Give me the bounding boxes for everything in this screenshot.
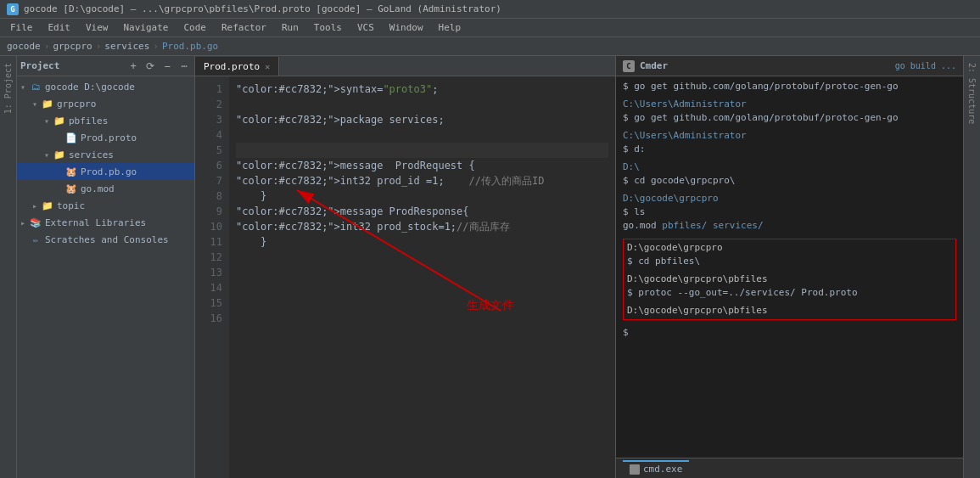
menu-window[interactable]: Window <box>383 20 430 35</box>
project-collapse-btn[interactable]: − <box>160 59 174 73</box>
terminal-panel: C Cmder go build ... $ go get github.com… <box>615 56 963 478</box>
tree-item[interactable]: ▾📁services <box>17 146 194 163</box>
editor-tabs: Prod.proto ✕ <box>195 56 615 76</box>
terminal-red-box: D:\gocode\grpcpro $ cd pbfiles\D:\gocode… <box>623 239 956 320</box>
code-line <box>236 143 608 158</box>
term-cmd-line: $ go get github.com/golang/protobuf/prot… <box>623 111 956 125</box>
main-layout: 1: Project Project + ⟳ − ⋯ ▾🗂gocode D:\g… <box>0 56 980 478</box>
breadcrumb-prodpbgo[interactable]: Prod.pb.go <box>162 41 218 52</box>
editor-tab-prodproto[interactable]: Prod.proto ✕ <box>195 57 279 76</box>
code-line: "color:#cc7832;">message ProdResponse{ <box>236 204 608 219</box>
code-line: } <box>236 188 608 204</box>
term-path-line: C:\Users\Administrator <box>623 129 956 143</box>
terminal-icon: C <box>623 60 635 72</box>
terminal-header: C Cmder go build ... <box>616 56 963 76</box>
menu-view[interactable]: View <box>79 20 115 35</box>
term-cmd-line: $ d: <box>623 143 956 156</box>
tab-close-prodproto[interactable]: ✕ <box>265 62 270 71</box>
tree-item[interactable]: ▾🗂gocode D:\gocode <box>17 78 194 95</box>
line-numbers: 12345678910111213141516 <box>195 76 229 478</box>
project-panel: Project + ⟳ − ⋯ ▾🗂gocode D:\gocode▾📁grpc… <box>17 56 195 478</box>
term-ls-line: go.mod pbfiles/ services/ <box>623 219 956 233</box>
term-cmd-line: $ protoc --go_out=../services/ Prod.prot… <box>627 286 952 300</box>
breadcrumb: gocode › grpcpro › services › Prod.pb.go <box>0 37 980 56</box>
term-path-line: D:\gocode\grpcpro <box>623 192 956 205</box>
app-icon: G <box>7 3 19 15</box>
project-panel-title: Project <box>20 60 123 71</box>
project-toolbar: Project + ⟳ − ⋯ <box>17 56 194 76</box>
breadcrumb-gocode[interactable]: gocode <box>7 41 41 52</box>
code-line <box>236 311 608 326</box>
right-structure-tab[interactable]: 2: Structure <box>963 56 980 478</box>
code-line <box>236 250 608 265</box>
breadcrumb-sep-3: › <box>153 41 159 52</box>
code-line <box>236 295 608 311</box>
term-cmd-line: $ go get github.com/golang/protobuf/prot… <box>623 80 956 93</box>
project-tree: ▾🗂gocode D:\gocode▾📁grpcpro▾📁pbfiles📄Pro… <box>17 76 194 478</box>
code-line: "color:#cc7832;">syntax="proto3"; <box>236 82 608 97</box>
code-content[interactable]: "color:#cc7832;">syntax="proto3"; "color… <box>229 76 615 478</box>
term-cmd-line: $ <box>623 326 956 340</box>
menu-refactor[interactable]: Refactor <box>215 20 273 35</box>
code-editor: 12345678910111213141516 "color:#cc7832;"… <box>195 76 615 478</box>
window-title: gocode [D:\gocode] – ...\grpcpro\pbfiles… <box>24 3 501 14</box>
menu-navigate[interactable]: Navigate <box>117 20 176 35</box>
terminal-tab-cmd[interactable]: cmd.exe <box>623 460 689 476</box>
term-path-line: C:\Users\Administrator <box>623 98 956 111</box>
project-add-btn[interactable]: + <box>126 59 140 73</box>
tree-item[interactable]: ✏Scratches and Consoles <box>17 231 194 248</box>
cmd-tab-label: cmd.exe <box>643 464 682 475</box>
code-line: "color:#cc7832;">int32 prod_stock=1;//商品… <box>236 219 608 234</box>
term-path-line: D:\gocode\grpcpro\pbfiles <box>627 304 952 318</box>
term-cmd-line: $ cd gocode\grpcpro\ <box>623 174 956 188</box>
tree-item[interactable]: 🐹Prod.pb.go <box>17 163 194 180</box>
tree-item[interactable]: ▸📚External Libraries <box>17 214 194 231</box>
term-path-line: D:\gocode\grpcpro\pbfiles <box>627 273 952 286</box>
menu-code[interactable]: Code <box>176 20 213 35</box>
code-line: "color:#cc7832;">int32 prod_id =1; //传入的… <box>236 173 608 188</box>
code-line <box>236 97 608 112</box>
terminal-content[interactable]: $ go get github.com/golang/protobuf/prot… <box>616 76 963 458</box>
term-cmd-line: $ ls <box>623 205 956 219</box>
project-tab-label: 1: Project <box>3 59 13 117</box>
menu-bar: File Edit View Navigate Code Refactor Ru… <box>0 19 980 37</box>
tree-item[interactable]: 📄Prod.proto <box>17 129 194 146</box>
tab-label-prodproto: Prod.proto <box>204 61 260 72</box>
tree-item[interactable]: ▾📁grpcpro <box>17 95 194 112</box>
tree-item[interactable]: ▸📁topic <box>17 197 194 214</box>
menu-tools[interactable]: Tools <box>307 20 349 35</box>
title-bar: G gocode [D:\gocode] – ...\grpcpro\pbfil… <box>0 0 980 19</box>
breadcrumb-grpcpro[interactable]: grpcpro <box>53 41 92 52</box>
breadcrumb-sep-1: › <box>44 41 50 52</box>
tree-item[interactable]: 🐹go.mod <box>17 180 194 197</box>
term-path-line: D:\gocode\grpcpro <box>627 241 952 255</box>
project-settings-btn[interactable]: ⋯ <box>177 59 191 73</box>
code-line: "color:#cc7832;">package services; <box>236 112 608 127</box>
terminal-tabs: cmd.exe <box>616 458 963 478</box>
menu-file[interactable]: File <box>3 20 40 35</box>
menu-run[interactable]: Run <box>275 20 305 35</box>
term-path-line: D:\ <box>623 160 956 174</box>
code-line: } <box>236 234 608 250</box>
menu-help[interactable]: Help <box>432 20 468 35</box>
cmd-tab-icon <box>630 464 640 475</box>
menu-edit[interactable]: Edit <box>42 20 78 35</box>
tree-item[interactable]: ▾📁pbfiles <box>17 112 194 129</box>
code-line <box>236 265 608 280</box>
project-sync-btn[interactable]: ⟳ <box>143 59 157 73</box>
breadcrumb-services[interactable]: services <box>104 41 149 52</box>
code-line: "color:#cc7832;">message ProdRequest { <box>236 158 608 173</box>
breadcrumb-sep-2: › <box>96 41 102 52</box>
code-line <box>236 280 608 295</box>
structure-tab-label: 2: Structure <box>967 59 977 127</box>
term-blank <box>623 233 956 237</box>
editor-area: Prod.proto ✕ 12345678910111213141516 "co… <box>195 56 615 478</box>
code-line <box>236 127 608 143</box>
left-structure-tab[interactable]: 1: Project <box>0 56 17 478</box>
menu-vcs[interactable]: VCS <box>350 20 381 35</box>
terminal-title: Cmder <box>640 60 668 71</box>
term-cmd-line: $ cd pbfiles\ <box>627 255 952 268</box>
go-build-label: go build ... <box>895 61 956 70</box>
